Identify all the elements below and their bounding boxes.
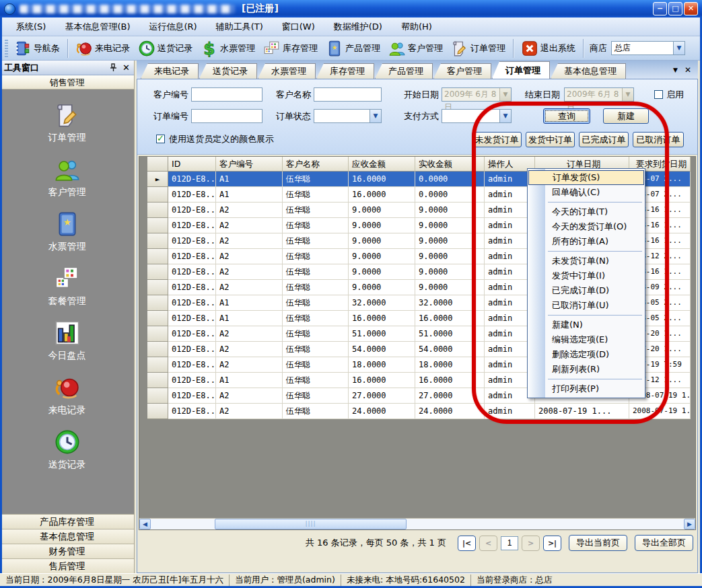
context-menu-item[interactable]: 订单发货(S): [528, 170, 644, 185]
unshipped-orders-button[interactable]: 未发货订单: [472, 132, 522, 147]
pin-icon[interactable]: [110, 63, 117, 72]
toolbar-nav-bar-button[interactable]: 导航条: [10, 38, 64, 59]
export-current-page-button[interactable]: 导出当前页: [569, 535, 627, 551]
scroll-left-icon[interactable]: ◀: [139, 519, 151, 529]
row-selector-cell[interactable]: [147, 326, 168, 342]
sidebar-section-basic-info[interactable]: 基本信息管理: [0, 529, 134, 544]
sidebar-section-finance[interactable]: 财务管理: [0, 544, 134, 558]
context-menu-item[interactable]: 新建(N): [528, 318, 645, 332]
tab-order[interactable]: 订单管理: [492, 61, 550, 79]
context-menu-item[interactable]: 刷新列表(R): [528, 362, 645, 377]
pay-method-select[interactable]: ▼: [442, 109, 512, 123]
scroll-right-icon[interactable]: ▶: [684, 519, 695, 529]
column-header[interactable]: 实收金额: [415, 157, 485, 172]
sidebar-item-order-mgmt[interactable]: 订单管理: [48, 102, 86, 144]
page-number-input[interactable]: [501, 536, 518, 550]
first-page-button[interactable]: |<: [458, 536, 476, 551]
export-all-pages-button[interactable]: 导出全部页: [635, 535, 693, 551]
toolbar-water-ticket-button[interactable]: $ 水票管理: [197, 38, 259, 59]
order-status-select[interactable]: ▼: [314, 109, 382, 123]
sidebar-item-daily-stocktake[interactable]: 今日盘点: [48, 320, 86, 362]
shipping-orders-button[interactable]: 发货中订单: [526, 132, 575, 147]
context-menu-item[interactable]: 未发货订单(N): [528, 254, 645, 268]
row-selector-cell[interactable]: [147, 280, 168, 295]
enable-date-checkbox[interactable]: [654, 90, 663, 99]
context-menu-item[interactable]: 今天的订单(T): [528, 205, 645, 219]
row-selector-cell[interactable]: [147, 187, 168, 203]
tab-water-ticket[interactable]: 水票管理: [258, 63, 316, 79]
sidebar-item-delivery-record[interactable]: 送货记录: [48, 429, 86, 471]
sidebar-item-water-ticket-mgmt[interactable]: ★ 水票管理: [48, 211, 86, 253]
menu-run-info[interactable]: 运行信息(R): [139, 18, 206, 36]
row-selector-cell[interactable]: [147, 373, 168, 388]
row-selector-cell[interactable]: [147, 404, 168, 419]
toolbar-order-button[interactable]: 订单管理: [447, 38, 510, 59]
context-menu-item[interactable]: 今天的发货订单(O): [528, 219, 645, 234]
row-selector-cell[interactable]: [147, 357, 168, 373]
row-selector-cell[interactable]: [147, 311, 168, 326]
context-menu-item[interactable]: 已完成订单(D): [528, 283, 645, 298]
close-button[interactable]: ✕: [684, 2, 698, 15]
toolbar-delivery-record-button[interactable]: 送货记录: [134, 38, 197, 59]
row-selector-cell[interactable]: [147, 203, 168, 218]
menu-aux-tools[interactable]: 辅助工具(T): [207, 18, 273, 36]
chevron-down-icon[interactable]: ▼: [499, 110, 511, 122]
toolbar-inventory-button[interactable]: 库存管理: [259, 38, 322, 59]
column-header[interactable]: 客户编号: [216, 157, 283, 172]
row-selector-cell[interactable]: [147, 295, 168, 311]
context-menu-item[interactable]: 已取消订单(U): [528, 298, 645, 313]
context-menu-item[interactable]: 所有的订单(A): [528, 234, 645, 249]
context-menu-item[interactable]: 发货中订单(I): [528, 268, 645, 283]
toolbar-customer-button[interactable]: 客户管理: [384, 38, 447, 59]
row-selector-cell[interactable]: [147, 233, 168, 249]
customer-name-input[interactable]: [314, 87, 382, 102]
row-selector-cell[interactable]: [147, 172, 168, 187]
context-menu-item[interactable]: 编辑选定项(E): [528, 332, 645, 347]
scrollbar-thumb[interactable]: [215, 519, 407, 529]
next-page-button[interactable]: >: [522, 536, 540, 551]
scrollbar-track[interactable]: [151, 519, 684, 529]
context-menu-item[interactable]: 删除选定项(D): [528, 347, 645, 362]
sidebar-section-product-inventory[interactable]: 产品库存管理: [0, 514, 134, 529]
row-selector-cell[interactable]: [147, 388, 168, 404]
prev-page-button[interactable]: <: [479, 536, 497, 551]
completed-orders-button[interactable]: 已完成订单: [579, 132, 629, 147]
cancelled-orders-button[interactable]: 已取消订单: [633, 132, 684, 147]
chevron-down-icon[interactable]: ▼: [673, 42, 685, 54]
sidebar-item-combo-mgmt[interactable]: 套餐管理: [48, 265, 86, 307]
menu-help[interactable]: 帮助(H): [392, 18, 442, 36]
maximize-button[interactable]: □: [668, 2, 682, 15]
tab-delivery-record[interactable]: 送货记录: [199, 63, 257, 79]
tab-product[interactable]: 产品管理: [375, 63, 433, 79]
menu-system[interactable]: 系统(S): [7, 18, 55, 36]
horizontal-scrollbar[interactable]: ◀ ▶: [139, 518, 695, 529]
column-header[interactable]: 应收金额: [349, 157, 415, 172]
customer-no-input[interactable]: [191, 87, 262, 102]
table-row[interactable]: 012D-E8...A2伍华聪24.000024.0000admin2008-0…: [147, 404, 691, 419]
order-no-input[interactable]: [191, 109, 262, 123]
tab-call-record[interactable]: 来电记录: [141, 63, 199, 79]
minimize-button[interactable]: −: [653, 2, 667, 15]
row-selector-cell[interactable]: [147, 264, 168, 280]
row-selector-cell[interactable]: [147, 342, 168, 357]
sidebar-item-call-record[interactable]: 来电记录: [48, 374, 86, 416]
row-selector-cell[interactable]: [147, 249, 168, 264]
tab-inventory[interactable]: 库存管理: [316, 63, 374, 79]
toolbar-exit-button[interactable]: 退出系统: [517, 38, 580, 59]
menu-basic-info[interactable]: 基本信息管理(B): [55, 18, 139, 36]
menu-window[interactable]: 窗口(W): [273, 18, 324, 36]
tab-list-dropdown-icon[interactable]: ▼: [673, 67, 678, 73]
new-button[interactable]: 新建: [603, 108, 649, 124]
tab-basic-info[interactable]: 基本信息管理: [551, 63, 626, 79]
row-selector-cell[interactable]: [147, 218, 168, 233]
tab-close-icon[interactable]: ✕: [685, 65, 691, 75]
sidebar-section-after-sales[interactable]: 售后管理: [0, 558, 134, 573]
column-header[interactable]: 客户名称: [283, 157, 349, 172]
driver-color-checkbox[interactable]: [156, 135, 165, 143]
context-menu-item[interactable]: 回单确认(C): [528, 185, 645, 200]
last-page-button[interactable]: >|: [543, 536, 561, 551]
toolbar-call-record-button[interactable]: 来电记录: [71, 38, 134, 59]
shop-select[interactable]: 总店 ▼: [611, 41, 685, 55]
column-header[interactable]: ID: [168, 157, 216, 172]
tab-customer[interactable]: 客户管理: [433, 63, 491, 79]
